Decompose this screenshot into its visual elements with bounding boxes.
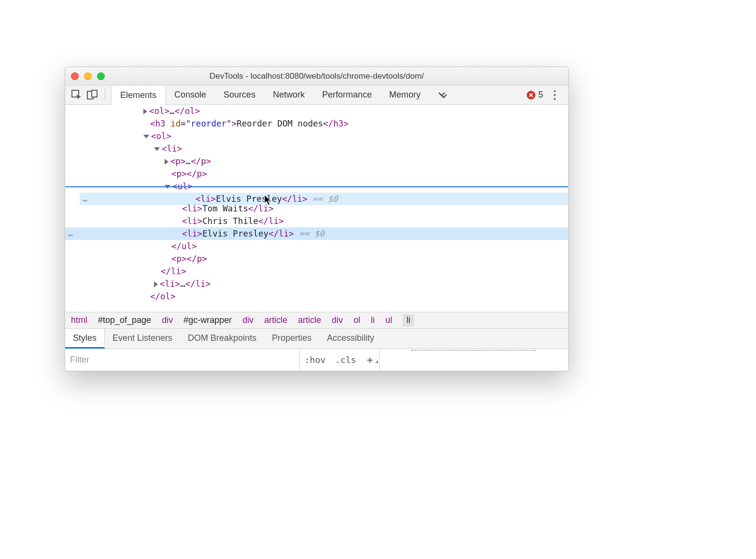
- hov-toggle[interactable]: :hov: [300, 355, 330, 365]
- drag-insert-indicator: [65, 186, 568, 187]
- dom-tree[interactable]: <ol>…</ol> <h3 id="reorder">Reorder DOM …: [65, 105, 568, 312]
- dom-row[interactable]: <p></p>: [65, 168, 568, 180]
- main-toolbar: Elements Console Sources Network Perform…: [65, 85, 568, 105]
- dom-row[interactable]: <li>Chris Thile</li>: [65, 215, 568, 227]
- dom-row[interactable]: <li>: [65, 142, 568, 155]
- gutter-ellipsis-icon: …: [68, 227, 73, 240]
- toolbar-separator: [105, 89, 105, 101]
- styles-toolbar: :hov .cls +: [300, 349, 379, 371]
- breadcrumb-item[interactable]: article: [298, 315, 321, 325]
- tab-overflow[interactable]: [429, 85, 456, 104]
- dom-row[interactable]: </li>: [65, 265, 568, 278]
- styles-filter: [65, 349, 300, 371]
- panel-tabs: Elements Console Sources Network Perform…: [111, 85, 525, 104]
- breadcrumb-item[interactable]: #gc-wrapper: [183, 315, 232, 325]
- devtools-window: DevTools - localhost:8080/web/tools/chro…: [65, 67, 569, 371]
- error-icon: [527, 91, 535, 99]
- tab-sources[interactable]: Sources: [215, 85, 264, 104]
- dom-row[interactable]: <p>…</p>: [65, 155, 568, 168]
- dom-row[interactable]: <h3 id="reorder">Reorder DOM nodes</h3>: [65, 117, 568, 130]
- error-count-label: 5: [538, 90, 543, 100]
- dom-row[interactable]: <li>Tom Waits</li>: [65, 202, 568, 215]
- close-window-button[interactable]: [71, 72, 79, 80]
- tab-dom-breakpoints[interactable]: DOM Breakpoints: [180, 329, 264, 349]
- sidebar-tabs: Styles Event Listeners DOM Breakpoints P…: [65, 328, 568, 349]
- minimize-window-button[interactable]: [84, 72, 92, 80]
- breadcrumb-item[interactable]: ul: [385, 315, 392, 325]
- more-options-icon[interactable]: [550, 90, 560, 100]
- toolbar-right: 5: [527, 90, 563, 100]
- breadcrumb-item[interactable]: article: [264, 315, 287, 325]
- tab-event-listeners[interactable]: Event Listeners: [105, 329, 180, 349]
- window-controls: [71, 72, 105, 80]
- device-toolbar-icon[interactable]: [85, 88, 99, 102]
- new-style-rule-button[interactable]: +: [361, 354, 379, 366]
- error-count[interactable]: 5: [527, 90, 543, 100]
- svg-rect-2: [92, 90, 97, 97]
- box-model-area: [379, 349, 568, 371]
- tab-accessibility[interactable]: Accessibility: [319, 329, 382, 349]
- dom-row[interactable]: <ol>: [65, 130, 568, 142]
- inspect-element-icon[interactable]: [70, 88, 84, 102]
- breadcrumb-item[interactable]: li: [371, 315, 375, 325]
- box-model-outline: [412, 350, 535, 351]
- tab-console[interactable]: Console: [166, 85, 215, 104]
- tab-elements[interactable]: Elements: [111, 86, 166, 105]
- breadcrumb-bar: html #top_of_page div #gc-wrapper div ar…: [65, 312, 568, 328]
- breadcrumb-item[interactable]: div: [242, 315, 253, 325]
- tab-memory[interactable]: Memory: [380, 85, 429, 104]
- styles-filter-input[interactable]: [70, 355, 294, 365]
- dom-row[interactable]: </ul>: [65, 240, 568, 252]
- breadcrumb-item-active[interactable]: li: [403, 314, 414, 326]
- dom-row[interactable]: <ol>…</ol>: [65, 105, 568, 117]
- breadcrumb-item[interactable]: ol: [353, 315, 360, 325]
- window-titlebar: DevTools - localhost:8080/web/tools/chro…: [65, 67, 568, 85]
- dom-row[interactable]: </ol>: [65, 290, 568, 303]
- cls-toggle[interactable]: .cls: [330, 355, 361, 365]
- breadcrumb-item[interactable]: div: [162, 315, 173, 325]
- zoom-window-button[interactable]: [97, 72, 105, 80]
- dom-row-selected[interactable]: …<li>Elvis Presley</li> == $0: [65, 227, 568, 240]
- dom-row[interactable]: <p></p>: [65, 252, 568, 265]
- breadcrumb-item[interactable]: html: [71, 315, 87, 325]
- tab-styles[interactable]: Styles: [65, 329, 105, 349]
- breadcrumb-item[interactable]: div: [332, 315, 343, 325]
- dom-row[interactable]: <li>…</li>: [65, 278, 568, 290]
- tab-performance[interactable]: Performance: [313, 85, 380, 104]
- tab-network[interactable]: Network: [264, 85, 313, 104]
- tab-properties[interactable]: Properties: [264, 329, 319, 349]
- window-title: DevTools - localhost:8080/web/tools/chro…: [65, 71, 568, 81]
- breadcrumb-item[interactable]: #top_of_page: [98, 315, 151, 325]
- styles-pane: :hov .cls +: [65, 349, 568, 371]
